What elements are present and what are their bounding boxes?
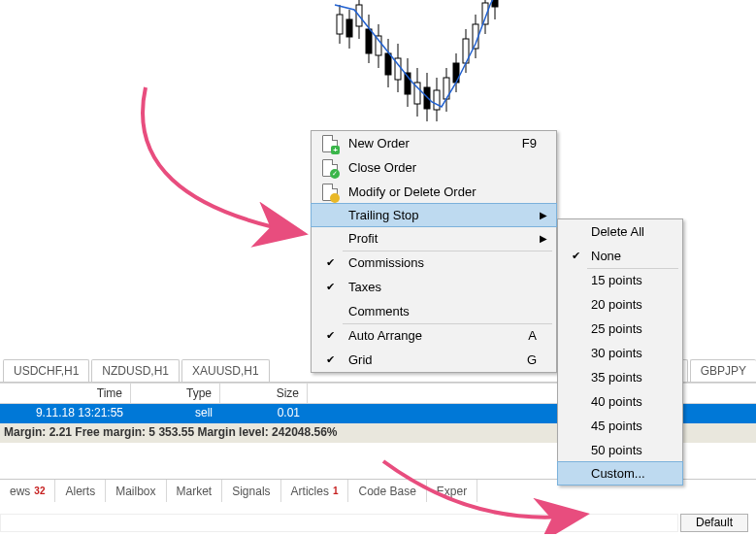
submenu-item-35[interactable]: 35 points: [558, 365, 682, 389]
svg-rect-33: [492, 0, 498, 7]
submenu-item-custom[interactable]: Custom...: [557, 461, 683, 486]
svg-rect-7: [366, 29, 372, 53]
chevron-right-icon: ▶: [537, 233, 550, 244]
tab-mailbox[interactable]: Mailbox: [106, 480, 166, 502]
tab-articles[interactable]: Articles1: [281, 480, 349, 502]
status-bar: [0, 514, 678, 532]
col-time[interactable]: Time: [0, 384, 131, 403]
check-icon: ✔: [564, 250, 587, 262]
menu-item-trailing-stop[interactable]: Trailing Stop ▶: [311, 203, 557, 227]
menu-label: Modify or Delete Order: [343, 184, 502, 199]
tab-alerts[interactable]: Alerts: [55, 480, 106, 502]
cell-time: 9.11.18 13:21:55: [0, 404, 131, 423]
candlestick-chart: [330, 0, 543, 126]
menu-item-taxes[interactable]: ✔ Taxes: [312, 275, 556, 299]
menu-item-modify-order[interactable]: Modify or Delete Order: [312, 180, 556, 204]
document-check-icon: ✓: [317, 159, 343, 177]
submenu-item-none[interactable]: ✔None: [558, 244, 682, 268]
cell-size: 0.01: [220, 404, 308, 423]
tab-market[interactable]: Market: [167, 480, 223, 502]
submenu-item-45[interactable]: 45 points: [558, 414, 682, 438]
menu-shortcut: F9: [502, 136, 537, 151]
menu-label: Auto Arrange: [343, 328, 502, 343]
menu-item-grid[interactable]: ✔ Grid G: [312, 348, 556, 372]
menu-item-close-order[interactable]: ✓ Close Order: [312, 155, 556, 180]
document-plus-icon: +: [317, 135, 343, 152]
trailing-stop-submenu: Delete All ✔None 15 points 20 points 25 …: [557, 218, 683, 486]
submenu-item-25[interactable]: 25 points: [558, 317, 682, 341]
svg-rect-9: [376, 36, 381, 55]
svg-rect-11: [385, 53, 391, 75]
menu-item-auto-arrange[interactable]: ✔ Auto Arrange A: [312, 323, 556, 348]
default-button[interactable]: Default: [680, 514, 748, 532]
submenu-item-50[interactable]: 50 points: [558, 438, 682, 462]
menu-label: New Order: [343, 136, 502, 151]
svg-rect-1: [337, 15, 343, 34]
tab-codebase[interactable]: Code Base: [348, 480, 426, 502]
menu-label: Comments: [343, 304, 502, 318]
menu-item-profit[interactable]: Profit ▶: [312, 226, 556, 251]
document-settings-icon: [317, 184, 343, 201]
tab-experts[interactable]: Exper: [427, 480, 477, 502]
menu-label: Profit: [343, 231, 502, 246]
check-icon: ✔: [317, 281, 343, 293]
tab-news[interactable]: ews32: [0, 480, 55, 502]
menu-item-commissions[interactable]: ✔ Commissions: [312, 251, 556, 275]
tab-signals[interactable]: Signals: [222, 480, 280, 502]
menu-label: Trailing Stop: [343, 208, 502, 222]
submenu-item-20[interactable]: 20 points: [558, 292, 682, 317]
check-icon: ✔: [317, 256, 343, 269]
articles-badge: 1: [333, 486, 339, 496]
col-size[interactable]: Size: [220, 384, 308, 403]
menu-item-new-order[interactable]: + New Order F9: [312, 131, 556, 155]
menu-shortcut: A: [502, 328, 537, 343]
chevron-right-icon: ▶: [537, 210, 550, 220]
check-icon: ✔: [317, 329, 343, 342]
menu-label: Grid: [343, 352, 502, 367]
news-badge: 32: [34, 486, 45, 496]
svg-rect-3: [346, 19, 352, 37]
submenu-item-delete-all[interactable]: Delete All: [558, 219, 682, 244]
check-icon: ✔: [317, 353, 343, 366]
submenu-item-40[interactable]: 40 points: [558, 389, 682, 414]
chart-area[interactable]: [0, 0, 756, 126]
chart-tab-xauusd[interactable]: XAUUSD,H1: [181, 359, 270, 382]
svg-rect-21: [434, 90, 440, 110]
context-menu: + New Order F9 ✓ Close Order Modify or D…: [311, 130, 557, 373]
col-type[interactable]: Type: [131, 384, 220, 403]
menu-item-comments[interactable]: Comments: [312, 299, 556, 323]
submenu-item-30[interactable]: 30 points: [558, 341, 682, 365]
cell-type: sell: [131, 404, 220, 423]
menu-label: Taxes: [343, 280, 502, 294]
chart-tab-nzdusd[interactable]: NZDUSD,H1: [91, 359, 180, 382]
chart-tab-usdchf[interactable]: USDCHF,H1: [3, 359, 89, 382]
submenu-item-15[interactable]: 15 points: [558, 268, 682, 292]
menu-shortcut: G: [502, 352, 537, 367]
chart-tab-gbpjpy[interactable]: GBPJPY: [690, 359, 756, 382]
menu-label: Close Order: [343, 160, 502, 175]
menu-label: Commissions: [343, 255, 502, 270]
